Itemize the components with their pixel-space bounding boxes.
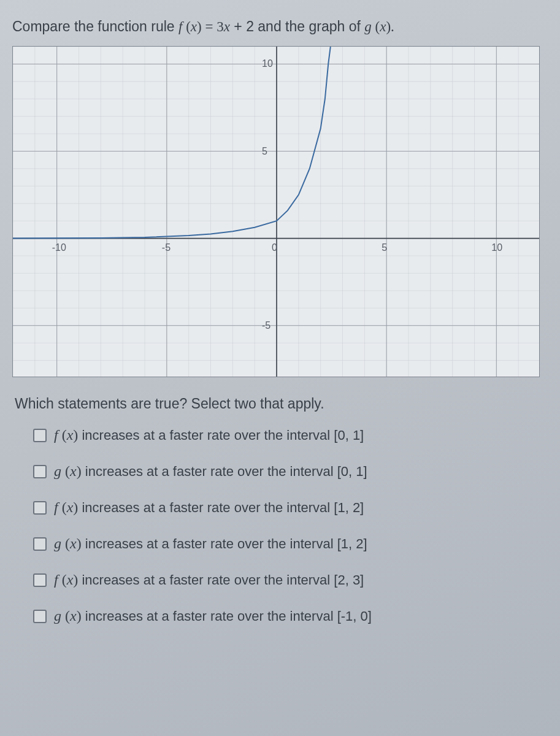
math-x2: x [224, 19, 230, 34]
math-g: g [364, 19, 372, 34]
math-close2: ). [386, 19, 394, 34]
g-curve [13, 47, 331, 239]
option-text-1: increases at a faster rate over the inte… [82, 464, 367, 479]
option-row-4[interactable]: f (x) increases at a faster rate over th… [33, 572, 548, 588]
option-func-5: g [54, 608, 61, 624]
y-tick-label: 5 [262, 146, 267, 156]
math-open: ( [182, 19, 190, 34]
math-open2: ( [372, 19, 380, 34]
prompt-text: Compare the function rule [12, 18, 178, 34]
option-arg-3: (x) [61, 535, 82, 551]
x-tick-label: -10 [52, 242, 66, 253]
option-row-1[interactable]: g (x) increases at a faster rate over th… [33, 463, 548, 480]
option-label-5: g (x) increases at a faster rate over th… [54, 608, 372, 624]
option-row-5[interactable]: g (x) increases at a faster rate over th… [33, 608, 548, 624]
math-x3: x [380, 19, 386, 34]
checkbox-2[interactable] [33, 501, 47, 515]
option-text-4: increases at a faster rate over the inte… [78, 572, 364, 588]
option-label-2: f (x) increases at a faster rate over th… [54, 499, 364, 516]
question-instruction: Which statements are true? Select two th… [15, 396, 548, 412]
option-arg-0: (x) [58, 427, 79, 443]
option-row-2[interactable]: f (x) increases at a faster rate over th… [33, 499, 548, 516]
option-arg-5: (x) [61, 608, 82, 624]
option-text-5: increases at a faster rate over the inte… [82, 608, 372, 624]
y-tick-label: 10 [262, 58, 273, 69]
x-tick-label: 10 [491, 242, 502, 253]
option-text-0: increases at a faster rate over the inte… [78, 427, 364, 443]
chart-svg: -10-50510-5510 [13, 47, 540, 377]
chart-of-g: -10-50510-5510 [12, 46, 540, 377]
option-arg-4: (x) [58, 572, 79, 588]
option-func-1: g [54, 463, 61, 479]
option-func-2: f [54, 499, 58, 515]
checkbox-1[interactable] [33, 465, 47, 478]
option-row-0[interactable]: f (x) increases at a faster rate over th… [33, 427, 548, 443]
x-tick-label: 0 [272, 242, 277, 253]
option-label-1: g (x) increases at a faster rate over th… [54, 463, 367, 480]
option-func-0: f [54, 427, 58, 443]
option-label-4: f (x) increases at a faster rate over th… [54, 572, 364, 588]
option-row-3[interactable]: g (x) increases at a faster rate over th… [33, 535, 548, 552]
checkbox-0[interactable] [33, 429, 47, 442]
x-tick-label: -5 [162, 242, 171, 253]
option-func-4: f [54, 572, 58, 588]
option-text-3: increases at a faster rate over the inte… [82, 536, 367, 551]
option-label-3: g (x) increases at a faster rate over th… [54, 535, 367, 552]
checkbox-4[interactable] [33, 573, 47, 587]
checkbox-3[interactable] [33, 537, 47, 551]
x-tick-label: 5 [382, 242, 387, 253]
math-close-eq: ) = 3 [197, 19, 224, 34]
option-arg-1: (x) [61, 463, 82, 479]
option-text-2: increases at a faster rate over the inte… [78, 500, 364, 515]
options-list: f (x) increases at a faster rate over th… [33, 427, 548, 624]
math-x: x [191, 19, 197, 34]
option-func-3: g [54, 535, 61, 551]
checkbox-5[interactable] [33, 610, 47, 623]
y-tick-label: -5 [262, 320, 270, 331]
prompt-mid: + 2 and the graph of [230, 18, 364, 34]
option-label-0: f (x) increases at a faster rate over th… [54, 427, 364, 443]
question-prompt: Compare the function rule f (x) = 3x + 2… [12, 18, 548, 35]
option-arg-2: (x) [58, 499, 79, 515]
